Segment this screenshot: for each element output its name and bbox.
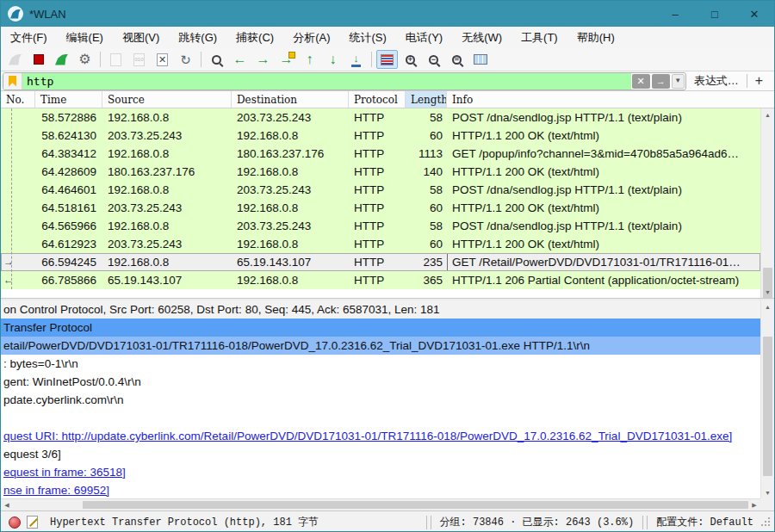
detail-line[interactable]: gent: WinInetPost/0.0.4\r\n <box>1 373 760 391</box>
details-horizontal-scrollbar[interactable]: ◀ ▶ <box>1 498 760 510</box>
details-scroll-thumb[interactable] <box>763 337 772 476</box>
minimize-button[interactable]: – <box>655 1 695 27</box>
column-header-destination[interactable]: Destination <box>232 91 349 108</box>
zoom-normal-button[interactable]: = <box>446 50 468 69</box>
cell-src: 65.19.143.107 <box>102 271 232 289</box>
cell-proto: HTTP <box>349 271 406 289</box>
menu-edit[interactable]: 编辑(E) <box>57 27 113 48</box>
column-header-time[interactable]: Time <box>35 91 102 108</box>
menu-capture[interactable]: 捕获(C) <box>226 27 283 48</box>
status-separator <box>647 516 648 529</box>
resize-grip[interactable] <box>760 517 772 529</box>
packet-row[interactable]: →66.594245192.168.0.865.19.143.107HTTP23… <box>1 253 760 271</box>
filter-apply-button[interactable]: → <box>652 74 670 89</box>
zoom-out-button[interactable]: − <box>423 50 444 69</box>
reload-file-button[interactable]: ↻ <box>175 50 196 69</box>
menu-help[interactable]: 帮助(H) <box>567 27 624 48</box>
packet-row[interactable]: 64.428609180.163.237.176192.168.0.8HTTP1… <box>1 163 760 181</box>
shark-fin-icon <box>10 9 21 19</box>
column-header-source[interactable]: Source <box>102 91 232 108</box>
maximize-button[interactable]: □ <box>695 1 735 27</box>
stop-capture-button[interactable] <box>28 50 49 69</box>
details-scrollbar[interactable]: ▲ ▼ <box>760 300 774 498</box>
filter-add-button[interactable]: + <box>747 74 771 88</box>
packet-row[interactable]: 64.518161203.73.25.243192.168.0.8HTTP60H… <box>1 199 760 217</box>
zoom-normal-icon: = <box>452 55 462 65</box>
packet-details-pane: on Control Protocol, Src Port: 60258, Ds… <box>1 300 774 498</box>
menu-telephony[interactable]: 电话(Y) <box>396 27 452 48</box>
column-header-protocol[interactable]: Protocol <box>349 91 406 108</box>
detail-line[interactable]: pdate.cyberlink.com\r\n <box>1 391 760 409</box>
status-profile[interactable]: 配置文件: Default <box>649 515 760 529</box>
menu-statistics[interactable]: 统计(S) <box>339 27 395 48</box>
restart-capture-button[interactable] <box>51 50 72 69</box>
close-button[interactable]: ✕ <box>735 1 774 27</box>
detail-line[interactable]: on Control Protocol, Src Port: 60258, Ds… <box>1 300 760 319</box>
cell-src: 192.168.0.8 <box>102 253 232 271</box>
status-separator <box>642 516 643 529</box>
go-forward-button[interactable]: → <box>252 50 274 69</box>
expression-button[interactable]: 表达式… <box>686 73 747 89</box>
scroll-right-icon[interactable]: ▶ <box>748 499 760 510</box>
packet-list-scrollbar[interactable]: ▲ ▼ <box>760 108 774 298</box>
column-header-length[interactable]: Length <box>406 91 447 108</box>
scroll-down-icon[interactable]: ▼ <box>761 486 774 498</box>
zoom-in-button[interactable]: + <box>400 50 421 69</box>
scroll-up-icon[interactable]: ▲ <box>761 300 774 312</box>
menu-view[interactable]: 视图(V) <box>113 27 169 48</box>
save-file-icon: 010 <box>133 53 145 66</box>
column-header-no[interactable]: No. <box>1 91 35 108</box>
detail-line[interactable]: nse in frame: 69952] <box>1 481 760 498</box>
go-to-packet-button[interactable]: → <box>276 50 297 69</box>
menu-analyze[interactable]: 分析(A) <box>283 27 339 48</box>
column-header-info[interactable]: Info <box>447 91 774 108</box>
packet-row[interactable]: 64.464601192.168.0.8203.73.25.243HTTP58P… <box>1 181 760 199</box>
open-file-button[interactable] <box>105 50 127 69</box>
close-file-button[interactable]: ✕ <box>152 50 173 69</box>
cell-no: → <box>1 253 35 271</box>
packet-row[interactable]: 64.612923203.73.25.243192.168.0.8HTTP60H… <box>1 235 760 253</box>
save-file-button[interactable]: 010 <box>128 50 150 69</box>
packet-row[interactable]: ←66.78586665.19.143.107192.168.0.8HTTP36… <box>1 271 760 289</box>
detail-line[interactable]: : bytes=0-1\r\n <box>1 355 760 373</box>
go-back-button[interactable]: ← <box>229 50 251 69</box>
go-first-button[interactable]: ↑ <box>299 50 320 69</box>
colorize-button[interactable] <box>376 50 398 69</box>
cell-info: HTTP/1.1 200 OK (text/html) <box>447 127 760 145</box>
packet-row[interactable]: 64.565966192.168.0.8203.73.25.243HTTP58P… <box>1 217 760 235</box>
menu-wireless[interactable]: 无线(W) <box>452 27 512 48</box>
horizontal-scroll-thumb[interactable] <box>83 501 748 509</box>
cell-len: 58 <box>406 108 447 127</box>
detail-line[interactable]: equest 3/6] <box>1 445 760 463</box>
menu-file[interactable]: 文件(F) <box>1 27 57 48</box>
detail-line[interactable]: Transfer Protocol <box>1 319 760 337</box>
scroll-down-icon[interactable]: ▼ <box>761 286 774 298</box>
packet-row[interactable]: 58.624130203.73.25.243192.168.0.8HTTP60H… <box>1 127 760 145</box>
resize-columns-button[interactable] <box>469 50 491 69</box>
capture-comment-icon[interactable] <box>27 516 38 529</box>
detail-line[interactable]: equest in frame: 36518] <box>1 463 760 481</box>
find-packet-button[interactable] <box>206 50 227 69</box>
detail-line[interactable]: etail/PowerDVD/DVD171031-01/TR171116-018… <box>1 337 760 355</box>
menu-go[interactable]: 跳转(G) <box>169 27 226 48</box>
packet-row[interactable]: 64.383412192.168.0.8180.163.237.176HTTP1… <box>1 145 760 163</box>
capture-options-button[interactable]: ⚙ <box>74 50 96 69</box>
go-last-button[interactable]: ↓ <box>322 50 344 69</box>
scroll-up-icon[interactable]: ▲ <box>761 108 774 121</box>
scroll-left-icon[interactable]: ◀ <box>1 499 13 510</box>
start-capture-button[interactable] <box>4 50 26 69</box>
filter-history-dropdown[interactable]: ▼ <box>672 74 685 89</box>
toolbar-separator <box>201 52 202 67</box>
packet-row[interactable]: 58.572886192.168.0.8203.73.25.243HTTP58P… <box>1 108 760 127</box>
filter-clear-button[interactable]: ✕ <box>632 74 650 89</box>
menu-tools[interactable]: 工具(T) <box>512 27 567 48</box>
cell-no <box>1 163 35 181</box>
detail-line[interactable] <box>1 409 760 427</box>
cell-proto: HTTP <box>349 145 406 163</box>
expert-info-icon[interactable] <box>9 517 21 529</box>
cell-time: 64.383412 <box>35 145 102 163</box>
display-filter-input[interactable] <box>22 73 631 90</box>
auto-scroll-button[interactable]: ↓ <box>345 50 367 69</box>
filter-bookmark-button[interactable] <box>3 73 22 90</box>
detail-line[interactable]: quest URI: http://update.cyberlink.com/R… <box>1 427 760 445</box>
